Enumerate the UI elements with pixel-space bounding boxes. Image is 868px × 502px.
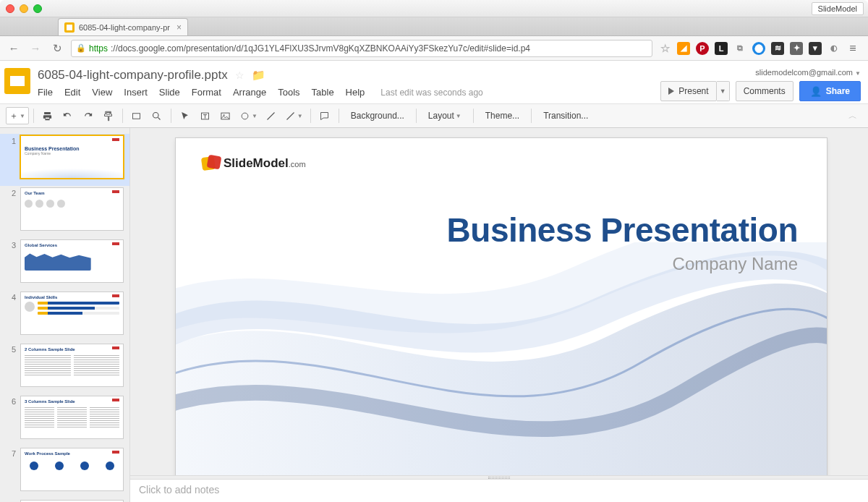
comment-insert-button[interactable]: [315, 106, 334, 125]
extension-pocket-icon[interactable]: ▾: [809, 42, 822, 55]
thumbnail-slide-7[interactable]: Work Process Sample: [20, 448, 124, 491]
slides-toolbar: ＋▼ ▼ ▼ Background... Layout▼ Theme... Tr…: [0, 103, 868, 128]
paint-format-button[interactable]: [99, 106, 118, 125]
extension-buffer-icon[interactable]: ≋: [771, 42, 784, 55]
menu-tools[interactable]: Tools: [278, 87, 299, 98]
play-icon: [668, 88, 674, 95]
thumbnail-title: Work Process Sample: [25, 451, 119, 456]
extension-l-icon[interactable]: L: [715, 42, 728, 55]
thumbnail-row: 8 Timeline: [0, 498, 129, 502]
select-tool-button[interactable]: [176, 106, 195, 125]
layout-button[interactable]: Layout▼: [421, 106, 469, 125]
slide-title-text[interactable]: Business Presentation: [447, 210, 798, 250]
thumbnail-slide-5[interactable]: 2 Columns Sample Slide: [20, 344, 124, 387]
share-button[interactable]: 👤Share: [799, 81, 861, 101]
transition-button[interactable]: Transition...: [536, 106, 595, 125]
google-slides-logo[interactable]: [4, 68, 30, 94]
star-document-icon[interactable]: ☆: [235, 69, 244, 81]
thumbnail-number: 4: [6, 292, 16, 335]
tab-close-icon[interactable]: ×: [176, 22, 182, 33]
forward-button[interactable]: →: [27, 41, 43, 56]
window-maximize-button[interactable]: [33, 4, 42, 13]
toolbar-separator: [310, 109, 311, 123]
menu-file[interactable]: File: [38, 87, 53, 98]
team-avatars-graphic: [25, 200, 119, 208]
move-to-folder-icon[interactable]: 📁: [252, 69, 265, 82]
skill-bars-graphic: [38, 299, 119, 317]
reload-button[interactable]: ↻: [49, 41, 65, 56]
svg-rect-0: [133, 113, 140, 119]
thumbnail-row: 6 3 Columns Sample Slide: [0, 394, 129, 446]
menu-edit[interactable]: Edit: [64, 87, 80, 98]
thumbnail-number: 1: [6, 135, 16, 179]
line-button[interactable]: [262, 106, 281, 125]
arrow-line-button[interactable]: ▼: [282, 106, 306, 125]
menu-help[interactable]: Help: [346, 87, 365, 98]
account-email[interactable]: slidemodelcom@gmail.com ▼: [660, 68, 861, 77]
menubar: File Edit View Insert Slide Format Arran…: [38, 82, 653, 103]
thumbnail-slide-3[interactable]: Global Services: [20, 239, 124, 283]
menu-view[interactable]: View: [92, 87, 112, 98]
present-button[interactable]: Present: [660, 81, 716, 101]
bookmark-star-icon[interactable]: ☆: [658, 42, 671, 55]
textbox-button[interactable]: [196, 106, 215, 125]
collapse-toolbar-button[interactable]: ︿: [843, 106, 862, 125]
present-dropdown-button[interactable]: ▼: [717, 81, 730, 101]
chrome-menu-icon[interactable]: ≡: [846, 42, 859, 55]
zoom-fit-button[interactable]: [127, 106, 146, 125]
background-button[interactable]: Background...: [344, 106, 412, 125]
extension-pinterest-icon[interactable]: P: [696, 42, 709, 55]
chrome-profile-badge[interactable]: SlideModel: [812, 2, 864, 15]
toolbar-separator: [416, 109, 417, 123]
mac-titlebar: SlideModel: [0, 0, 868, 17]
extension-generic-1-icon[interactable]: ⧉: [733, 42, 746, 55]
extension-adblock-icon[interactable]: ⬤: [752, 42, 765, 55]
speaker-notes[interactable]: Click to add notes: [130, 479, 868, 502]
menu-table[interactable]: Table: [312, 87, 334, 98]
menu-format[interactable]: Format: [192, 87, 221, 98]
extension-analytics-icon[interactable]: ◢: [677, 42, 690, 55]
url-scheme: https: [89, 43, 108, 54]
thumbnail-slide-2[interactable]: Our Team: [20, 187, 124, 231]
thumbnail-number: 2: [6, 187, 16, 231]
undo-button[interactable]: [59, 106, 77, 125]
menu-slide[interactable]: Slide: [159, 87, 180, 98]
theme-button[interactable]: Theme...: [478, 106, 527, 125]
thumb-logo-icon: [112, 242, 119, 245]
extension-generic-2-icon[interactable]: ◐: [827, 42, 841, 55]
present-button-group: Present ▼: [660, 81, 729, 101]
thumbnail-slide-4[interactable]: Individual Skills: [20, 292, 124, 335]
thumbnail-slide-1[interactable]: Business Presentation Company Name: [20, 135, 124, 179]
slide-subtitle-text[interactable]: Company Name: [447, 254, 798, 274]
address-bar[interactable]: 🔒 https://docs.google.com/presentation/d…: [71, 40, 652, 57]
print-button[interactable]: [38, 106, 57, 125]
shape-button[interactable]: ▼: [237, 106, 260, 125]
thumb-logo-icon: [112, 138, 119, 141]
thumbnail-panel[interactable]: 1 Business Presentation Company Name 2 O…: [0, 128, 130, 502]
window-minimize-button[interactable]: [20, 4, 28, 13]
extension-evernote-icon[interactable]: ✦: [790, 42, 803, 55]
thumb-logo-icon: [112, 451, 119, 454]
slidemodel-logo-suffix: .com: [289, 160, 306, 169]
canvas-scroll[interactable]: SlideModel.com Business Presentation Com…: [130, 128, 868, 475]
zoom-button[interactable]: [148, 106, 166, 125]
slide-canvas[interactable]: SlideModel.com Business Presentation Com…: [176, 138, 827, 475]
menu-insert[interactable]: Insert: [124, 87, 148, 98]
window-close-button[interactable]: [6, 4, 14, 13]
browser-tab-active[interactable]: 6085-04-light-company-pr ×: [58, 18, 188, 35]
browser-toolbar: ← → ↻ 🔒 https://docs.google.com/presenta…: [0, 36, 868, 61]
world-map-graphic: [25, 252, 91, 271]
back-button[interactable]: ←: [6, 41, 22, 56]
menu-arrange[interactable]: Arrange: [233, 87, 266, 98]
new-slide-button[interactable]: ＋▼: [6, 107, 29, 124]
thumb-logo-icon: [112, 399, 119, 401]
thumbnail-number: 5: [6, 344, 16, 387]
document-title[interactable]: 6085-04-light-company-profile.pptx: [38, 68, 228, 82]
thumbnail-row: 7 Work Process Sample: [0, 446, 129, 498]
thumbnail-slide-6[interactable]: 3 Columns Sample Slide: [20, 396, 124, 439]
slidemodel-logo: SlideModel.com: [202, 156, 306, 171]
three-columns-graphic: [25, 407, 119, 429]
redo-button[interactable]: [79, 106, 98, 125]
comments-button[interactable]: Comments: [736, 81, 793, 101]
image-button[interactable]: [216, 106, 235, 125]
